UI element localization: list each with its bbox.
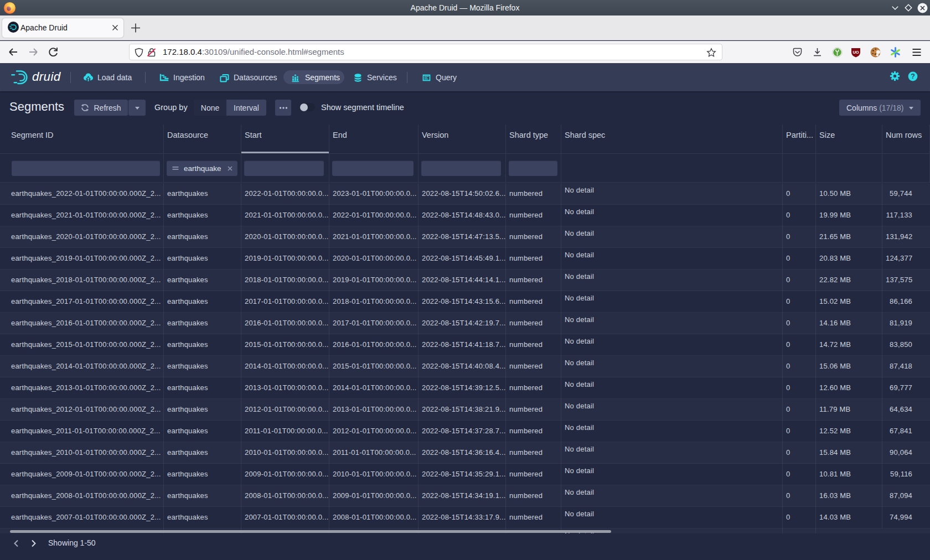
- svg-text:?: ?: [911, 72, 915, 80]
- svg-text:UO: UO: [852, 50, 859, 55]
